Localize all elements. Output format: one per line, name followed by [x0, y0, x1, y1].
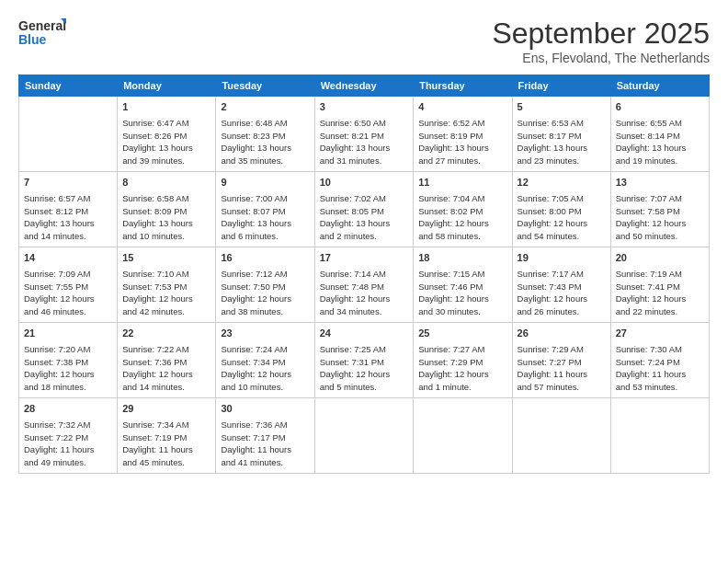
calendar-cell: 20Sunrise: 7:19 AM Sunset: 7:41 PM Dayli…: [610, 247, 709, 323]
cell-info-text: Sunrise: 6:53 AM Sunset: 8:17 PM Dayligh…: [518, 117, 606, 167]
calendar-cell: 19Sunrise: 7:17 AM Sunset: 7:43 PM Dayli…: [512, 247, 610, 323]
cell-info-text: Sunrise: 7:10 AM Sunset: 7:53 PM Dayligh…: [122, 268, 210, 318]
calendar-week-row: 28Sunrise: 7:32 AM Sunset: 7:22 PM Dayli…: [19, 398, 710, 474]
cell-date-number: 29: [122, 402, 210, 417]
calendar-cell: 22Sunrise: 7:22 AM Sunset: 7:36 PM Dayli…: [118, 323, 216, 398]
cell-info-text: Sunrise: 7:25 AM Sunset: 7:31 PM Dayligh…: [320, 343, 409, 394]
calendar-cell: 1Sunrise: 6:47 AM Sunset: 8:26 PM Daylig…: [118, 97, 216, 172]
calendar-cell: 27Sunrise: 7:30 AM Sunset: 7:24 PM Dayli…: [610, 323, 709, 398]
day-header: Thursday: [414, 75, 512, 97]
logo-svg: General Blue: [18, 17, 66, 50]
calendar-cell: 16Sunrise: 7:12 AM Sunset: 7:50 PM Dayli…: [216, 247, 314, 323]
cell-date-number: 17: [320, 251, 409, 266]
calendar-cell: 10Sunrise: 7:02 AM Sunset: 8:05 PM Dayli…: [314, 172, 414, 247]
cell-date-number: 27: [616, 327, 704, 341]
cell-date-number: 12: [518, 176, 606, 190]
calendar-cell: 21Sunrise: 7:20 AM Sunset: 7:38 PM Dayli…: [19, 323, 118, 398]
svg-text:General: General: [18, 18, 66, 33]
calendar-cell: 5Sunrise: 6:53 AM Sunset: 8:17 PM Daylig…: [512, 97, 610, 172]
calendar-cell: 26Sunrise: 7:29 AM Sunset: 7:27 PM Dayli…: [512, 323, 610, 398]
cell-info-text: Sunrise: 7:32 AM Sunset: 7:22 PM Dayligh…: [24, 419, 112, 469]
cell-info-text: Sunrise: 6:57 AM Sunset: 8:12 PM Dayligh…: [24, 192, 112, 243]
cell-date-number: 20: [616, 251, 704, 266]
cell-date-number: 30: [221, 402, 309, 417]
cell-info-text: Sunrise: 7:34 AM Sunset: 7:19 PM Dayligh…: [122, 419, 210, 469]
svg-text:Blue: Blue: [18, 32, 47, 47]
cell-info-text: Sunrise: 7:29 AM Sunset: 7:27 PM Dayligh…: [518, 343, 606, 394]
cell-info-text: Sunrise: 7:04 AM Sunset: 8:02 PM Dayligh…: [418, 192, 506, 243]
cell-info-text: Sunrise: 7:14 AM Sunset: 7:48 PM Dayligh…: [320, 268, 409, 318]
calendar-cell: [314, 398, 414, 474]
calendar-cell: 13Sunrise: 7:07 AM Sunset: 7:58 PM Dayli…: [610, 172, 709, 247]
calendar-cell: 29Sunrise: 7:34 AM Sunset: 7:19 PM Dayli…: [118, 398, 216, 474]
cell-info-text: Sunrise: 6:50 AM Sunset: 8:21 PM Dayligh…: [320, 117, 409, 167]
calendar-cell: 6Sunrise: 6:55 AM Sunset: 8:14 PM Daylig…: [610, 97, 709, 172]
cell-info-text: Sunrise: 7:36 AM Sunset: 7:17 PM Dayligh…: [221, 419, 309, 469]
cell-date-number: 26: [518, 327, 606, 341]
calendar-week-row: 21Sunrise: 7:20 AM Sunset: 7:38 PM Dayli…: [19, 323, 710, 398]
cell-info-text: Sunrise: 6:48 AM Sunset: 8:23 PM Dayligh…: [221, 117, 309, 167]
page: General Blue September 2025 Ens, Flevola…: [0, 0, 728, 563]
cell-info-text: Sunrise: 7:27 AM Sunset: 7:29 PM Dayligh…: [418, 343, 506, 394]
calendar-table: SundayMondayTuesdayWednesdayThursdayFrid…: [18, 75, 710, 474]
title-block: September 2025 Ens, Flevoland, The Nethe…: [492, 17, 710, 65]
cell-info-text: Sunrise: 7:15 AM Sunset: 7:46 PM Dayligh…: [418, 268, 506, 318]
calendar-cell: 7Sunrise: 6:57 AM Sunset: 8:12 PM Daylig…: [19, 172, 118, 247]
cell-date-number: 6: [616, 100, 704, 115]
cell-date-number: 18: [418, 251, 506, 266]
calendar-cell: 28Sunrise: 7:32 AM Sunset: 7:22 PM Dayli…: [19, 398, 118, 474]
cell-info-text: Sunrise: 6:47 AM Sunset: 8:26 PM Dayligh…: [122, 117, 210, 167]
calendar-cell: 18Sunrise: 7:15 AM Sunset: 7:46 PM Dayli…: [414, 247, 512, 323]
calendar-cell: [414, 398, 512, 474]
calendar-cell: 14Sunrise: 7:09 AM Sunset: 7:55 PM Dayli…: [19, 247, 118, 323]
cell-date-number: 22: [122, 327, 210, 341]
cell-info-text: Sunrise: 7:00 AM Sunset: 8:07 PM Dayligh…: [221, 192, 309, 243]
day-header: Saturday: [610, 75, 709, 97]
calendar-cell: 15Sunrise: 7:10 AM Sunset: 7:53 PM Dayli…: [118, 247, 216, 323]
day-header: Sunday: [19, 75, 118, 97]
cell-date-number: 28: [24, 402, 112, 417]
cell-date-number: 11: [418, 176, 506, 190]
calendar-cell: 12Sunrise: 7:05 AM Sunset: 8:00 PM Dayli…: [512, 172, 610, 247]
cell-date-number: 19: [518, 251, 606, 266]
cell-info-text: Sunrise: 7:17 AM Sunset: 7:43 PM Dayligh…: [518, 268, 606, 318]
cell-date-number: 24: [320, 327, 409, 341]
calendar-cell: 8Sunrise: 6:58 AM Sunset: 8:09 PM Daylig…: [118, 172, 216, 247]
calendar-cell: 3Sunrise: 6:50 AM Sunset: 8:21 PM Daylig…: [314, 97, 414, 172]
day-header: Friday: [512, 75, 610, 97]
calendar-cell: 2Sunrise: 6:48 AM Sunset: 8:23 PM Daylig…: [216, 97, 314, 172]
calendar-cell: [19, 97, 118, 172]
calendar-week-row: 1Sunrise: 6:47 AM Sunset: 8:26 PM Daylig…: [19, 97, 710, 172]
calendar-week-row: 14Sunrise: 7:09 AM Sunset: 7:55 PM Dayli…: [19, 247, 710, 323]
cell-info-text: Sunrise: 7:19 AM Sunset: 7:41 PM Dayligh…: [616, 268, 704, 318]
cell-date-number: 8: [122, 176, 210, 190]
day-header: Wednesday: [314, 75, 414, 97]
cell-date-number: 2: [221, 100, 309, 115]
cell-info-text: Sunrise: 7:30 AM Sunset: 7:24 PM Dayligh…: [616, 343, 704, 394]
cell-date-number: 1: [122, 100, 210, 115]
cell-info-text: Sunrise: 7:07 AM Sunset: 7:58 PM Dayligh…: [616, 192, 704, 243]
calendar-cell: 30Sunrise: 7:36 AM Sunset: 7:17 PM Dayli…: [216, 398, 314, 474]
calendar-header-row: SundayMondayTuesdayWednesdayThursdayFrid…: [19, 75, 710, 97]
cell-date-number: 23: [221, 327, 309, 341]
cell-date-number: 7: [24, 176, 112, 190]
calendar-week-row: 7Sunrise: 6:57 AM Sunset: 8:12 PM Daylig…: [19, 172, 710, 247]
cell-info-text: Sunrise: 7:05 AM Sunset: 8:00 PM Dayligh…: [518, 192, 606, 243]
cell-date-number: 13: [616, 176, 704, 190]
cell-date-number: 3: [320, 100, 409, 115]
cell-info-text: Sunrise: 6:52 AM Sunset: 8:19 PM Dayligh…: [418, 117, 506, 167]
cell-info-text: Sunrise: 7:12 AM Sunset: 7:50 PM Dayligh…: [221, 268, 309, 318]
calendar-cell: 17Sunrise: 7:14 AM Sunset: 7:48 PM Dayli…: [314, 247, 414, 323]
subtitle: Ens, Flevoland, The Netherlands: [492, 51, 710, 65]
cell-date-number: 16: [221, 251, 309, 266]
calendar-cell: 9Sunrise: 7:00 AM Sunset: 8:07 PM Daylig…: [216, 172, 314, 247]
calendar-cell: 25Sunrise: 7:27 AM Sunset: 7:29 PM Dayli…: [414, 323, 512, 398]
cell-date-number: 5: [518, 100, 606, 115]
cell-date-number: 9: [221, 176, 309, 190]
calendar-cell: 11Sunrise: 7:04 AM Sunset: 8:02 PM Dayli…: [414, 172, 512, 247]
day-header: Monday: [118, 75, 216, 97]
header: General Blue September 2025 Ens, Flevola…: [18, 17, 710, 65]
cell-date-number: 25: [418, 327, 506, 341]
month-title: September 2025: [492, 17, 710, 51]
cell-info-text: Sunrise: 7:09 AM Sunset: 7:55 PM Dayligh…: [24, 268, 112, 318]
